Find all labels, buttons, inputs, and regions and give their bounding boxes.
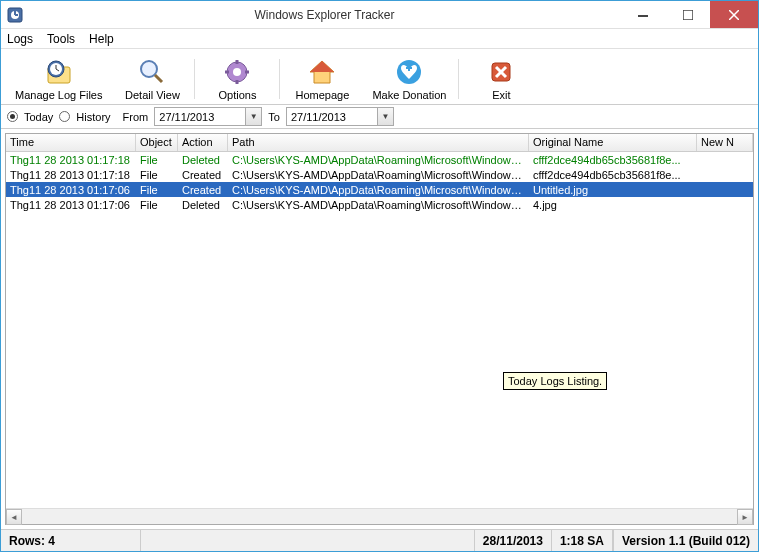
col-original-name[interactable]: Original Name	[529, 134, 697, 151]
log-grid: Time Object Action Path Original Name Ne…	[5, 133, 754, 525]
col-object[interactable]: Object	[136, 134, 178, 151]
svg-point-13	[141, 61, 157, 77]
menubar: Logs Tools Help	[1, 29, 758, 49]
today-label: Today	[24, 111, 53, 123]
status-rows: Rows: 4	[1, 530, 141, 551]
svg-point-16	[233, 68, 241, 76]
col-time[interactable]: Time	[6, 134, 136, 151]
svg-rect-5	[683, 10, 693, 20]
maximize-button[interactable]	[665, 1, 710, 28]
horizontal-scrollbar[interactable]: ◄ ►	[6, 508, 753, 524]
heart-icon	[394, 57, 424, 87]
detail-view-button[interactable]: Detail View	[112, 55, 192, 103]
window-title: Windows Explorer Tracker	[29, 8, 620, 22]
status-version: Version 1.1 (Build 012)	[613, 530, 758, 551]
exit-button[interactable]: Exit	[461, 55, 541, 103]
col-new-name[interactable]: New N	[697, 134, 753, 151]
svg-line-14	[155, 75, 162, 82]
col-path[interactable]: Path	[228, 134, 529, 151]
history-radio[interactable]	[59, 111, 70, 122]
to-label: To	[268, 111, 280, 123]
clock-folder-icon	[44, 57, 74, 87]
history-label: History	[76, 111, 110, 123]
filter-bar: Today History From ▼ To ▼	[1, 105, 758, 129]
app-icon	[7, 7, 23, 23]
menu-help[interactable]: Help	[89, 32, 114, 46]
from-label: From	[123, 111, 149, 123]
homepage-button[interactable]: Homepage	[282, 55, 362, 103]
col-action[interactable]: Action	[178, 134, 228, 151]
status-bar: Rows: 4 28/11/2013 1:18 SA Version 1.1 (…	[1, 529, 758, 551]
close-button[interactable]	[710, 1, 758, 28]
svg-marker-22	[310, 61, 334, 72]
scroll-right-button[interactable]: ►	[737, 509, 753, 525]
exit-icon	[486, 57, 516, 87]
menu-logs[interactable]: Logs	[7, 32, 33, 46]
manage-log-files-button[interactable]: Manage Log Files	[5, 55, 112, 103]
table-row[interactable]: Thg11 28 2013 01:17:06FileCreatedC:\User…	[6, 182, 753, 197]
make-donation-button[interactable]: Make Donation	[362, 55, 456, 103]
today-radio[interactable]	[7, 111, 18, 122]
toolbar: Manage Log Files Detail View Options Hom…	[1, 49, 758, 105]
titlebar[interactable]: Windows Explorer Tracker	[1, 1, 758, 29]
svg-rect-4	[638, 15, 648, 17]
grid-body[interactable]: Thg11 28 2013 01:17:18FileDeletedC:\User…	[6, 152, 753, 508]
grid-header: Time Object Action Path Original Name Ne…	[6, 134, 753, 152]
gear-icon	[222, 57, 252, 87]
status-date: 28/11/2013	[474, 530, 551, 551]
from-date-input[interactable]: ▼	[154, 107, 262, 126]
minimize-button[interactable]	[620, 1, 665, 28]
magnifier-icon	[137, 57, 167, 87]
tooltip: Today Logs Listing.	[503, 372, 607, 390]
table-row[interactable]: Thg11 28 2013 01:17:06FileDeletedC:\User…	[6, 197, 753, 212]
menu-tools[interactable]: Tools	[47, 32, 75, 46]
scroll-left-button[interactable]: ◄	[6, 509, 22, 525]
table-row[interactable]: Thg11 28 2013 01:17:18FileDeletedC:\User…	[6, 152, 753, 167]
chevron-down-icon[interactable]: ▼	[377, 108, 393, 125]
table-row[interactable]: Thg11 28 2013 01:17:18FileCreatedC:\User…	[6, 167, 753, 182]
home-icon	[307, 57, 337, 87]
chevron-down-icon[interactable]: ▼	[245, 108, 261, 125]
status-time: 1:18 SA	[551, 530, 613, 551]
to-date-input[interactable]: ▼	[286, 107, 394, 126]
svg-rect-3	[15, 14, 18, 16]
options-button[interactable]: Options	[197, 55, 277, 103]
